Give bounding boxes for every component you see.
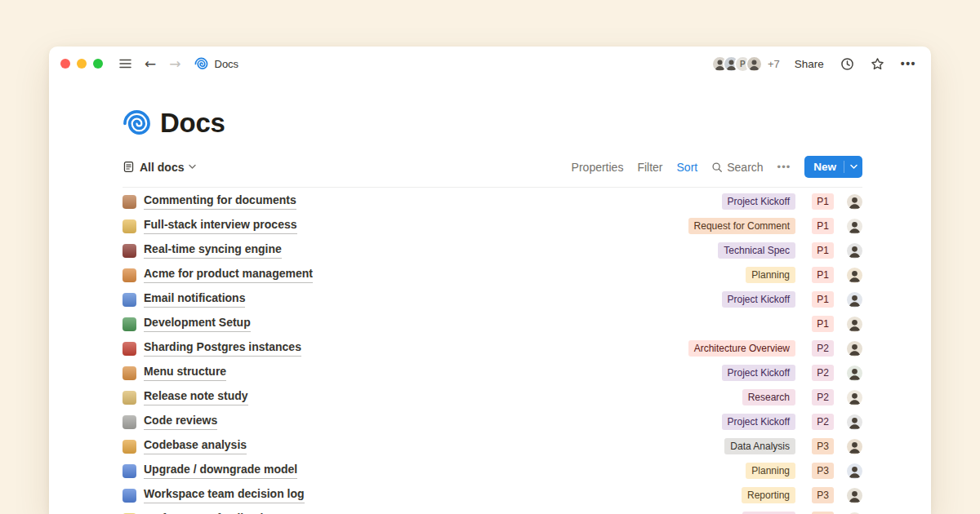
assignee-avatar bbox=[847, 488, 862, 503]
arrows-emoji-icon bbox=[122, 464, 136, 478]
doc-row[interactable]: Code reviews Project Kickoff P2 bbox=[122, 410, 862, 434]
desktop-background: ← → Docs P +7 Share bbox=[0, 0, 980, 514]
priority-pill: P1 bbox=[812, 242, 834, 259]
chopsticks-emoji-icon bbox=[122, 366, 136, 380]
locomotive-emoji-icon bbox=[122, 244, 136, 258]
close-window-button[interactable] bbox=[60, 59, 70, 69]
mailbox-emoji-icon bbox=[122, 293, 136, 307]
priority-pill: P2 bbox=[812, 365, 834, 381]
sidebar-menu-icon[interactable] bbox=[119, 59, 131, 69]
doc-row[interactable]: Development Setup P1 bbox=[122, 312, 862, 336]
chevron-down-icon bbox=[189, 164, 196, 170]
doc-title[interactable]: Sharding Postgres instances bbox=[144, 340, 301, 357]
sort-button[interactable]: Sort bbox=[677, 161, 698, 174]
doc-row[interactable]: Sharding Postgres instances Architecture… bbox=[122, 336, 862, 361]
priority-pill: P2 bbox=[812, 389, 834, 405]
assignee-avatar bbox=[847, 414, 862, 430]
doc-list: Commenting for documents Project Kickoff… bbox=[122, 189, 862, 514]
doc-title[interactable]: Email notifications bbox=[144, 291, 245, 308]
tag-pill: Project Kickoff bbox=[722, 193, 795, 210]
toolbar-actions: Properties Filter Sort Search ••• New bbox=[572, 156, 862, 178]
titlebar-actions: P +7 Share ••• bbox=[711, 55, 916, 73]
view-toolbar: All docs Properties Filter Sort Search bbox=[122, 156, 862, 188]
doc-row[interactable]: Full-stack interview process Request for… bbox=[122, 214, 862, 238]
toolbar-more-icon[interactable]: ••• bbox=[777, 161, 791, 173]
machine-emoji-icon bbox=[122, 268, 136, 282]
doc-title[interactable]: Development Setup bbox=[144, 316, 251, 332]
doc-row[interactable]: Upgrade / downgrade model Planning P3 bbox=[122, 459, 862, 483]
priority-pill: P2 bbox=[812, 340, 834, 357]
window-controls bbox=[57, 59, 106, 69]
slot-machine-emoji-icon bbox=[122, 342, 136, 356]
doc-row[interactable]: Acme for product management Planning P1 bbox=[122, 263, 862, 287]
doc-row[interactable]: Codebase analysis Data Analysis P3 bbox=[122, 434, 862, 459]
docs-spiral-logo-icon bbox=[194, 57, 208, 71]
worker-emoji-icon bbox=[122, 440, 136, 454]
book-emoji-icon bbox=[122, 489, 136, 503]
doc-row[interactable]: Performance feedback Research P3 bbox=[122, 507, 862, 514]
doc-title[interactable]: Upgrade / downgrade model bbox=[144, 463, 297, 479]
doc-title[interactable]: Menu structure bbox=[144, 365, 226, 381]
doc-page-icon bbox=[122, 161, 135, 173]
assignee-avatar bbox=[847, 366, 862, 381]
zoom-window-button[interactable] bbox=[93, 59, 103, 69]
person-emoji-icon bbox=[122, 195, 136, 209]
view-label: All docs bbox=[140, 161, 184, 174]
assignee-avatar bbox=[847, 243, 862, 259]
new-button[interactable]: New bbox=[804, 156, 862, 178]
page-spiral-logo-icon bbox=[122, 109, 151, 138]
doc-row[interactable]: Real-time syncing engine Technical Spec … bbox=[122, 238, 862, 263]
titlebar: ← → Docs P +7 Share bbox=[49, 47, 931, 81]
tag-pill: Technical Spec bbox=[718, 242, 795, 259]
share-button[interactable]: Share bbox=[795, 58, 824, 70]
more-options-icon[interactable]: ••• bbox=[901, 57, 916, 70]
doc-title[interactable]: Workspace team decision log bbox=[144, 487, 305, 503]
favorite-star-icon[interactable] bbox=[871, 57, 884, 71]
minimize-window-button[interactable] bbox=[77, 59, 87, 69]
assignee-avatar bbox=[847, 341, 862, 357]
doc-title[interactable]: Commenting for documents bbox=[144, 193, 296, 210]
doc-title[interactable]: Acme for product management bbox=[144, 267, 313, 283]
assignee-avatar bbox=[847, 292, 862, 308]
doc-title[interactable]: Full-stack interview process bbox=[144, 218, 297, 234]
forward-button[interactable]: → bbox=[169, 57, 180, 71]
tag-pill: Project Kickoff bbox=[722, 414, 795, 430]
collaborator-initial: P bbox=[740, 60, 746, 69]
page-title: Docs bbox=[160, 108, 225, 139]
priority-pill: P1 bbox=[812, 193, 834, 210]
priority-pill: P3 bbox=[812, 463, 834, 479]
doc-title[interactable]: Real-time syncing engine bbox=[144, 242, 282, 259]
collaborator-avatars[interactable]: P bbox=[711, 55, 763, 73]
doc-row[interactable]: Workspace team decision log Reporting P3 bbox=[122, 483, 862, 507]
doc-row[interactable]: Email notifications Project Kickoff P1 bbox=[122, 287, 862, 312]
doc-row[interactable]: Menu structure Project Kickoff P2 bbox=[122, 361, 862, 385]
properties-button[interactable]: Properties bbox=[572, 161, 624, 174]
doc-row[interactable]: Commenting for documents Project Kickoff… bbox=[122, 189, 862, 214]
tag-pill: Project Kickoff bbox=[722, 291, 795, 308]
assignee-avatar bbox=[847, 390, 862, 405]
handshake-emoji-icon bbox=[122, 219, 136, 233]
view-switcher[interactable]: All docs bbox=[122, 161, 196, 174]
page-heading: Docs bbox=[122, 108, 862, 139]
assignee-avatar bbox=[847, 219, 862, 234]
search-label: Search bbox=[727, 161, 763, 174]
tag-pill: Research bbox=[742, 389, 795, 405]
tag-pill: Request for Comment bbox=[688, 218, 795, 234]
search-button[interactable]: Search bbox=[711, 161, 763, 174]
doc-title[interactable]: Release note study bbox=[144, 389, 248, 405]
new-dropdown-chevron-icon[interactable] bbox=[844, 164, 862, 170]
doc-title[interactable]: Code reviews bbox=[144, 414, 217, 430]
priority-pill: P1 bbox=[812, 267, 834, 283]
priority-pill: P3 bbox=[812, 487, 834, 503]
doc-row[interactable]: Release note study Research P2 bbox=[122, 385, 862, 410]
filter-button[interactable]: Filter bbox=[637, 161, 662, 174]
tag-pill: Planning bbox=[746, 267, 795, 283]
tag-pill: Planning bbox=[746, 463, 795, 479]
history-clock-icon[interactable] bbox=[840, 57, 854, 71]
memo-emoji-icon bbox=[122, 391, 136, 405]
back-button[interactable]: ← bbox=[145, 57, 156, 71]
priority-pill: P1 bbox=[812, 218, 834, 234]
doc-title[interactable]: Codebase analysis bbox=[144, 438, 247, 454]
avatar-overflow-count: +7 bbox=[768, 58, 780, 70]
collaborator-avatar[interactable] bbox=[746, 55, 763, 73]
